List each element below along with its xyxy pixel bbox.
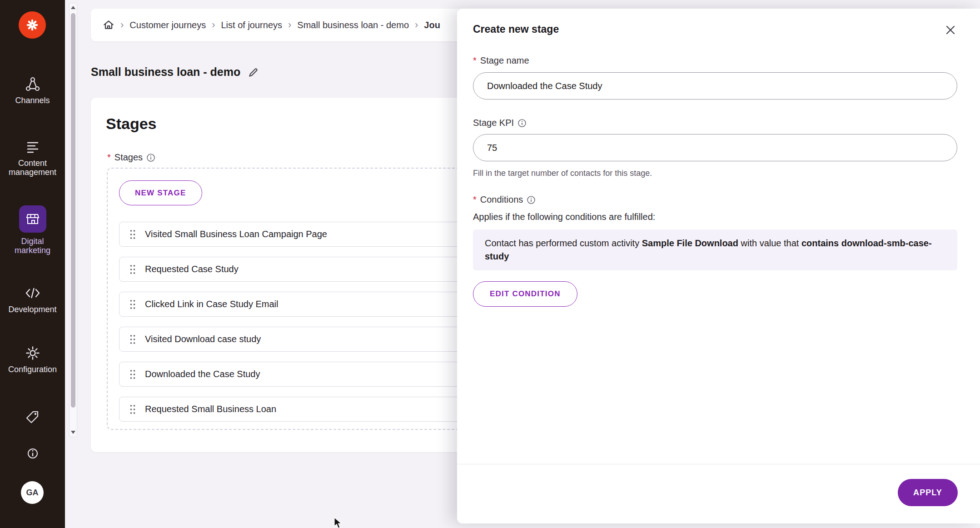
stage-kpi-label: Stage KPI <box>473 118 527 128</box>
screen: Channels Content management Digital mark… <box>0 0 980 528</box>
edit-pencil-icon[interactable] <box>248 66 259 78</box>
condition-activity-name: Sample File Download <box>642 238 738 248</box>
user-avatar[interactable]: GA <box>21 481 44 504</box>
app-logo[interactable] <box>19 11 46 39</box>
required-marker: * <box>473 55 477 66</box>
mouse-cursor <box>333 517 344 528</box>
breadcrumb-link-journey[interactable]: Small business loan - demo <box>297 20 409 30</box>
active-nav-highlight <box>19 205 46 233</box>
condition-summary-text: with value that <box>738 238 801 248</box>
sidebar-item-label: Content management <box>4 159 62 177</box>
conditions-intro: Applies if the following conditions are … <box>473 212 655 222</box>
scroll-up-arrow[interactable] <box>71 6 75 9</box>
drag-handle-icon[interactable] <box>129 299 136 309</box>
stages-label: Stages <box>114 152 143 163</box>
sidebar: Channels Content management Digital mark… <box>0 0 65 528</box>
stage-kpi-label-text: Stage KPI <box>473 118 514 128</box>
sidebar-item-label: Channels <box>4 96 62 105</box>
development-icon <box>25 285 40 301</box>
stage-row-label: Downloaded the Case Study <box>145 369 260 379</box>
page-title-row: Small business loan - demo <box>91 65 259 79</box>
breadcrumb-link-customer-journeys[interactable]: Customer journeys <box>129 20 206 30</box>
required-marker: * <box>107 152 111 163</box>
drag-handle-icon[interactable] <box>129 404 136 414</box>
close-icon <box>945 24 956 36</box>
scrollbar-thumb[interactable] <box>71 13 75 408</box>
info-tooltip-icon[interactable] <box>527 195 536 204</box>
breadcrumb-separator: › <box>288 19 291 31</box>
drawer-footer-divider <box>457 464 980 464</box>
stage-name-label: * Stage name <box>473 55 529 66</box>
stage-kpi-help-text: Fill in the target number of contacts fo… <box>473 169 652 178</box>
condition-summary: Contact has performed custom activity Sa… <box>473 229 957 270</box>
content-management-icon <box>25 139 40 154</box>
create-new-stage-drawer: Create new stage * Stage name Stage KPI … <box>457 9 980 523</box>
channels-icon <box>25 76 40 92</box>
drawer-title: Create new stage <box>473 23 559 35</box>
sidebar-item-development[interactable]: Development <box>0 285 65 314</box>
sidebar-item-label: Configuration <box>4 365 62 374</box>
page-title: Small business loan - demo <box>91 65 240 79</box>
close-button[interactable] <box>944 24 957 36</box>
drag-handle-icon[interactable] <box>129 229 136 239</box>
stage-name-label-text: Stage name <box>480 55 529 66</box>
breadcrumb-current: Jou <box>424 20 440 30</box>
scroll-down-arrow[interactable] <box>71 431 75 434</box>
info-tooltip-icon[interactable] <box>146 153 155 162</box>
new-stage-button[interactable]: NEW STAGE <box>119 180 202 205</box>
sidebar-item-content-management[interactable]: Content management <box>0 139 65 177</box>
info-icon <box>25 446 40 461</box>
vertical-scrollbar[interactable] <box>69 3 77 437</box>
stage-row-label: Visited Download case study <box>145 334 261 344</box>
edit-condition-button[interactable]: EDIT CONDITION <box>473 281 577 307</box>
home-icon[interactable] <box>103 19 114 31</box>
sitecore-logo-icon <box>25 17 40 33</box>
configuration-icon <box>25 345 40 361</box>
conditions-label: * Conditions <box>473 194 536 205</box>
breadcrumb-separator: › <box>415 19 418 31</box>
stages-heading: Stages <box>106 115 157 133</box>
stages-field-label: * Stages <box>107 152 155 163</box>
stage-row-label: Clicked Link in Case Study Email <box>145 299 278 309</box>
tag-icon <box>25 410 40 425</box>
drag-handle-icon[interactable] <box>129 334 136 344</box>
drag-handle-icon[interactable] <box>129 369 136 379</box>
breadcrumb-separator: › <box>120 19 124 31</box>
stage-row-label: Requested Small Business Loan <box>145 404 276 414</box>
stage-kpi-input[interactable] <box>473 134 957 161</box>
stage-row-label: Requested Case Study <box>145 264 239 274</box>
digital-marketing-icon <box>25 211 40 227</box>
sidebar-item-channels[interactable]: Channels <box>0 76 65 105</box>
condition-summary-text: Contact has performed custom activity <box>485 238 642 248</box>
sidebar-item-configuration[interactable]: Configuration <box>0 345 65 374</box>
sidebar-item-info[interactable] <box>0 446 65 461</box>
avatar-initials: GA <box>26 488 39 498</box>
breadcrumb-separator: › <box>212 19 215 31</box>
stage-row-label: Visited Small Business Loan Campaign Pag… <box>145 229 327 239</box>
info-tooltip-icon[interactable] <box>517 119 527 128</box>
sidebar-item-label: Development <box>4 305 62 314</box>
stage-name-input[interactable] <box>473 72 957 100</box>
conditions-label-text: Conditions <box>480 194 523 205</box>
apply-button[interactable]: APPLY <box>898 479 958 506</box>
required-marker: * <box>473 194 477 205</box>
sidebar-item-tags[interactable] <box>0 410 65 425</box>
breadcrumb-link-list-of-journeys[interactable]: List of journeys <box>221 20 283 30</box>
drag-handle-icon[interactable] <box>129 264 136 274</box>
sidebar-item-label: Digital marketing <box>4 237 62 255</box>
sidebar-item-digital-marketing[interactable]: Digital marketing <box>0 205 65 255</box>
